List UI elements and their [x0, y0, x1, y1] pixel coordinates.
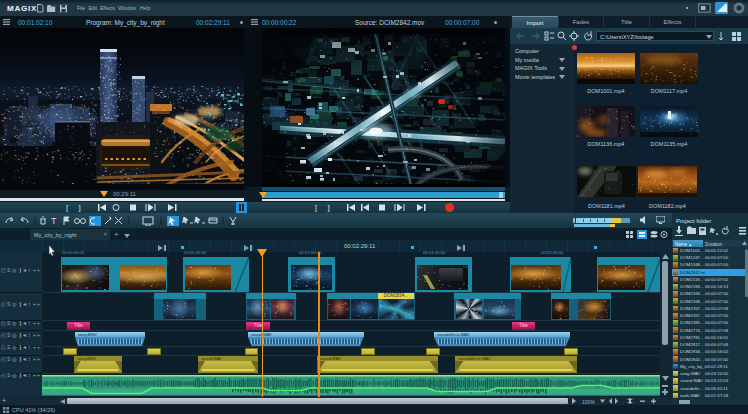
svg-text:◄: ◄: [22, 267, 27, 273]
svg-text:◰: ◰: [1, 267, 6, 273]
svg-text:T: T: [51, 216, 57, 226]
svg-text:100%: 100%: [582, 399, 595, 405]
svg-text:↕: ↕: [28, 267, 31, 273]
svg-text:+: +: [33, 267, 36, 273]
svg-text:S: S: [7, 267, 11, 273]
svg-text:◎: ◎: [12, 267, 17, 273]
svg-text:+: +: [37, 267, 40, 273]
